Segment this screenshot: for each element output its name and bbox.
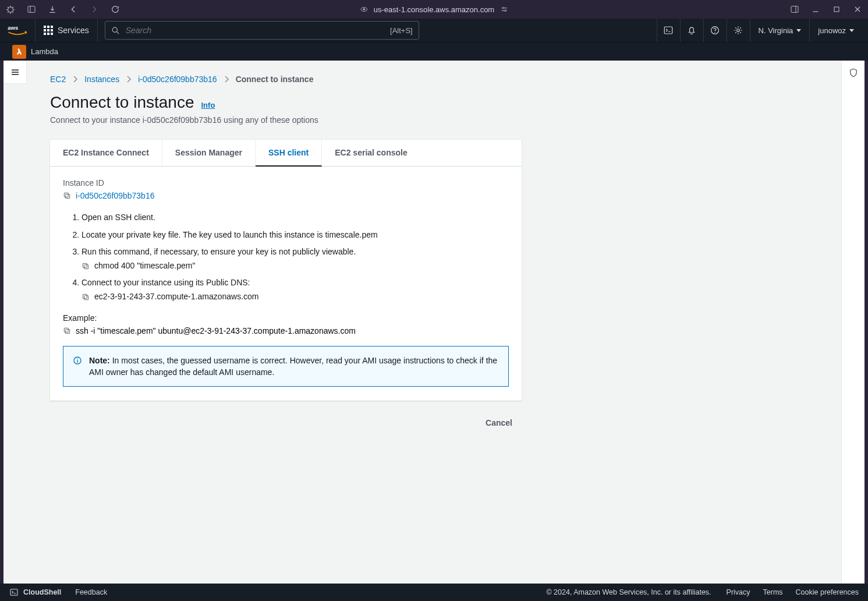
- notifications-icon[interactable]: [680, 19, 703, 42]
- svg-rect-20: [83, 263, 87, 267]
- copyright: © 2024, Amazon Web Services, Inc. or its…: [546, 588, 711, 596]
- info-link[interactable]: Info: [201, 101, 215, 109]
- public-dns-value: ec2-3-91-243-37.compute-1.amazonaws.com: [94, 291, 258, 303]
- settings-icon[interactable]: [727, 19, 750, 42]
- svg-rect-9: [834, 7, 839, 12]
- tab-ssh-client[interactable]: SSH client: [256, 140, 322, 167]
- sidebar-toggle-icon[interactable]: [27, 5, 36, 14]
- account-menu[interactable]: junowoz: [809, 19, 862, 42]
- page-content: EC2 Instances i-0d50c26f09bb73b16 Connec…: [27, 61, 841, 584]
- note-bold: Note:: [89, 356, 110, 365]
- svg-point-4: [502, 7, 504, 9]
- svg-rect-17: [66, 195, 70, 199]
- svg-point-5: [505, 10, 506, 12]
- svg-rect-21: [84, 295, 88, 299]
- svg-rect-6: [791, 6, 798, 13]
- connect-panel: EC2 Instance Connect Session Manager SSH…: [50, 140, 522, 401]
- side-nav-toggle[interactable]: [3, 61, 27, 84]
- tab-serial-console[interactable]: EC2 serial console: [322, 140, 420, 166]
- svg-rect-18: [64, 193, 68, 197]
- aws-footer: CloudShell Feedback © 2024, Amazon Web S…: [0, 584, 868, 601]
- cloudshell-top-icon[interactable]: [657, 19, 680, 42]
- svg-line-12: [116, 31, 119, 34]
- terms-link[interactable]: Terms: [763, 588, 783, 596]
- example-command: ssh -i "timescale.pem" ubuntu@ec2-3-91-2…: [76, 326, 356, 335]
- browser-titlebar: us-east-1.console.aws.amazon.com: [0, 0, 868, 19]
- step-1: Open an SSH client.: [82, 212, 509, 224]
- search-icon: [111, 26, 120, 35]
- download-icon[interactable]: [48, 5, 57, 14]
- svg-rect-19: [84, 264, 88, 268]
- minimize-icon[interactable]: [811, 5, 820, 14]
- svg-point-16: [737, 29, 740, 32]
- cloudshell-button[interactable]: CloudShell: [9, 588, 61, 597]
- cancel-button[interactable]: Cancel: [476, 413, 522, 432]
- instance-id-value[interactable]: i-0d50c26f09bb73b16: [76, 191, 154, 200]
- copy-icon[interactable]: [82, 262, 90, 270]
- aws-logo[interactable]: aws: [0, 19, 35, 42]
- step-3: Run this command, if necessary, to ensur…: [82, 246, 509, 271]
- tab-session-manager[interactable]: Session Manager: [162, 140, 256, 166]
- hamburger-icon: [10, 67, 20, 77]
- workspace: EC2 Instances i-0d50c26f09bb73b16 Connec…: [3, 61, 865, 584]
- crumb-instance-id[interactable]: i-0d50c26f09bb73b16: [138, 75, 217, 84]
- svg-point-3: [363, 9, 364, 10]
- crumb-instances[interactable]: Instances: [84, 75, 119, 84]
- maximize-icon[interactable]: [832, 5, 841, 14]
- tab-bar: EC2 Instance Connect Session Manager SSH…: [50, 140, 522, 167]
- breadcrumb: EC2 Instances i-0d50c26f09bb73b16 Connec…: [50, 75, 818, 84]
- close-icon[interactable]: [853, 5, 862, 14]
- copy-icon[interactable]: [63, 327, 71, 335]
- note-text: In most cases, the guessed username is c…: [89, 356, 497, 377]
- svg-text:aws: aws: [8, 24, 18, 31]
- lambda-icon: [12, 45, 26, 59]
- aws-topnav: aws Services [Alt+S] N. Virginia junowoz: [0, 19, 868, 42]
- services-label: Services: [58, 26, 89, 35]
- back-icon[interactable]: [69, 5, 78, 14]
- site-settings-icon[interactable]: [500, 5, 508, 13]
- copy-icon[interactable]: [82, 293, 90, 301]
- page-title: Connect to instance: [50, 93, 194, 112]
- caret-down-icon: [796, 29, 801, 32]
- info-icon: [73, 356, 82, 365]
- step-4: Connect to your instance using its Publi…: [82, 277, 509, 302]
- svg-rect-13: [664, 27, 672, 34]
- privacy-link[interactable]: Privacy: [727, 588, 750, 596]
- feedback-link[interactable]: Feedback: [75, 588, 107, 596]
- service-chip-lambda[interactable]: Lambda: [10, 43, 62, 61]
- search-shortcut-hint: [Alt+S]: [390, 26, 413, 35]
- right-rail: [841, 61, 865, 584]
- svg-rect-22: [83, 294, 87, 298]
- example-label: Example:: [63, 313, 509, 323]
- svg-rect-24: [64, 328, 68, 332]
- service-subnav: Lambda: [0, 42, 868, 61]
- ssh-steps: Open an SSH client. Locate your private …: [82, 212, 509, 303]
- chevron-right-icon: [224, 76, 229, 83]
- cookie-preferences-link[interactable]: Cookie preferences: [796, 588, 859, 596]
- crumb-ec2[interactable]: EC2: [50, 75, 66, 84]
- svg-rect-26: [10, 589, 17, 596]
- svg-point-11: [112, 27, 117, 32]
- shield-icon[interactable]: [848, 68, 859, 78]
- panel-toggle-icon[interactable]: [790, 5, 799, 14]
- account-label: junowoz: [818, 26, 846, 35]
- site-info-icon[interactable]: [360, 5, 368, 13]
- search-input[interactable]: [126, 26, 347, 35]
- region-label: N. Virginia: [759, 26, 793, 35]
- cloudshell-icon: [9, 588, 19, 597]
- cloudshell-label: CloudShell: [23, 588, 61, 596]
- address-url[interactable]: us-east-1.console.aws.amazon.com: [374, 5, 494, 14]
- svg-rect-0: [28, 6, 35, 13]
- caret-down-icon: [849, 29, 854, 32]
- svg-rect-23: [66, 329, 70, 333]
- reload-icon[interactable]: [111, 5, 120, 14]
- search-box[interactable]: [Alt+S]: [105, 21, 419, 40]
- service-chip-label: Lambda: [31, 47, 58, 56]
- region-selector[interactable]: N. Virginia: [750, 19, 810, 42]
- copy-icon[interactable]: [63, 192, 71, 200]
- svg-point-15: [714, 32, 715, 33]
- help-icon[interactable]: [703, 19, 727, 42]
- tab-ec2-connect[interactable]: EC2 Instance Connect: [50, 140, 162, 166]
- services-menu[interactable]: Services: [35, 19, 98, 42]
- actions-row: Cancel: [50, 413, 522, 432]
